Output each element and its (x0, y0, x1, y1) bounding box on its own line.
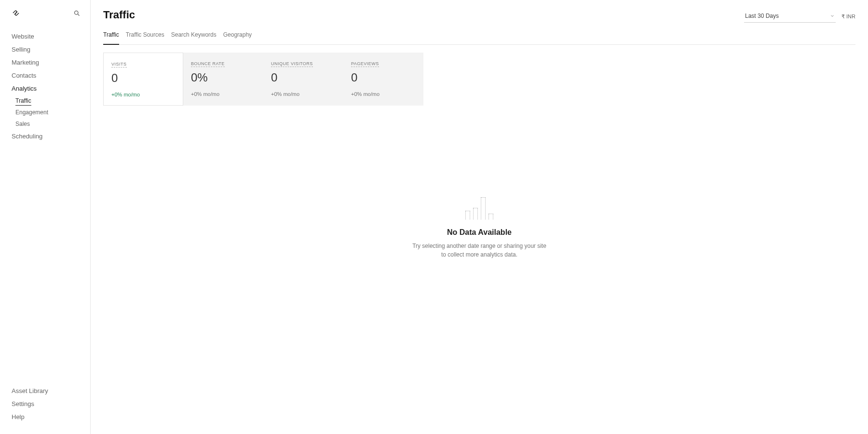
sidebar-item-help[interactable]: Help (12, 410, 79, 423)
metric-card-pageviews[interactable]: PAGEVIEWS 0 +0% mo/mo (343, 53, 423, 106)
metric-value: 0 (351, 71, 416, 84)
sidebar-item-settings[interactable]: Settings (12, 397, 79, 410)
tab-traffic[interactable]: Traffic (103, 27, 119, 45)
metric-label: UNIQUE VISITORS (271, 61, 313, 67)
sidebar-top (0, 6, 90, 30)
squarespace-logo-icon[interactable] (12, 9, 20, 17)
svg-point-0 (75, 11, 79, 14)
page-title: Traffic (103, 9, 135, 21)
metric-delta: +0% mo/mo (191, 91, 256, 97)
sidebar-item-contacts[interactable]: Contacts (12, 69, 79, 82)
sidebar-item-scheduling[interactable]: Scheduling (12, 130, 79, 143)
date-range-label: Last 30 Days (745, 13, 779, 19)
search-icon[interactable] (73, 10, 81, 17)
date-range-select[interactable]: Last 30 Days (744, 11, 836, 23)
metric-delta: +0% mo/mo (271, 91, 336, 97)
empty-chart-icon (465, 197, 493, 219)
sidebar-subitem-traffic[interactable]: Traffic (15, 95, 79, 107)
tab-geography[interactable]: Geography (223, 27, 252, 44)
tabs: Traffic Traffic Sources Search Keywords … (103, 27, 855, 45)
metric-card-visits[interactable]: VISITS 0 +0% mo/mo (103, 53, 183, 106)
sidebar-bottom: Asset Library Settings Help (0, 384, 90, 428)
tab-search-keywords[interactable]: Search Keywords (171, 27, 217, 44)
metric-card-bounce-rate[interactable]: BOUNCE RATE 0% +0% mo/mo (183, 53, 263, 106)
sidebar-item-selling[interactable]: Selling (12, 43, 79, 56)
metric-value: 0 (271, 71, 336, 84)
page-header: Traffic Last 30 Days ₹ INR (103, 9, 855, 23)
metric-delta: +0% mo/mo (111, 92, 175, 97)
sidebar: Website Selling Marketing Contacts Analy… (0, 0, 91, 434)
sidebar-subitem-sales[interactable]: Sales (15, 118, 79, 130)
sidebar-item-website[interactable]: Website (12, 30, 79, 43)
empty-title: No Data Available (447, 228, 512, 237)
sidebar-subnav: Traffic Engagement Sales (12, 95, 79, 130)
sidebar-item-analytics[interactable]: Analytics (12, 82, 79, 95)
sidebar-nav: Website Selling Marketing Contacts Analy… (0, 30, 90, 384)
main-content: Traffic Last 30 Days ₹ INR Traffic Traff… (91, 0, 868, 434)
sidebar-subitem-engagement[interactable]: Engagement (15, 107, 79, 118)
metric-label: BOUNCE RATE (191, 61, 225, 67)
metrics-row: VISITS 0 +0% mo/mo BOUNCE RATE 0% +0% mo… (103, 53, 855, 106)
metric-value: 0% (191, 71, 256, 84)
empty-state: No Data Available Try selecting another … (103, 197, 855, 259)
metric-value: 0 (111, 71, 175, 85)
metric-delta: +0% mo/mo (351, 91, 416, 97)
empty-message: Try selecting another date range or shar… (412, 242, 547, 259)
metric-label: PAGEVIEWS (351, 61, 379, 67)
metric-label: VISITS (111, 62, 127, 68)
sidebar-item-asset-library[interactable]: Asset Library (12, 384, 79, 397)
svg-line-1 (78, 14, 79, 15)
header-controls: Last 30 Days ₹ INR (744, 11, 855, 23)
tab-traffic-sources[interactable]: Traffic Sources (126, 27, 164, 44)
chevron-down-icon (830, 14, 835, 18)
metric-card-unique-visitors[interactable]: UNIQUE VISITORS 0 +0% mo/mo (263, 53, 343, 106)
currency-label[interactable]: ₹ INR (841, 14, 855, 20)
sidebar-item-marketing[interactable]: Marketing (12, 56, 79, 69)
